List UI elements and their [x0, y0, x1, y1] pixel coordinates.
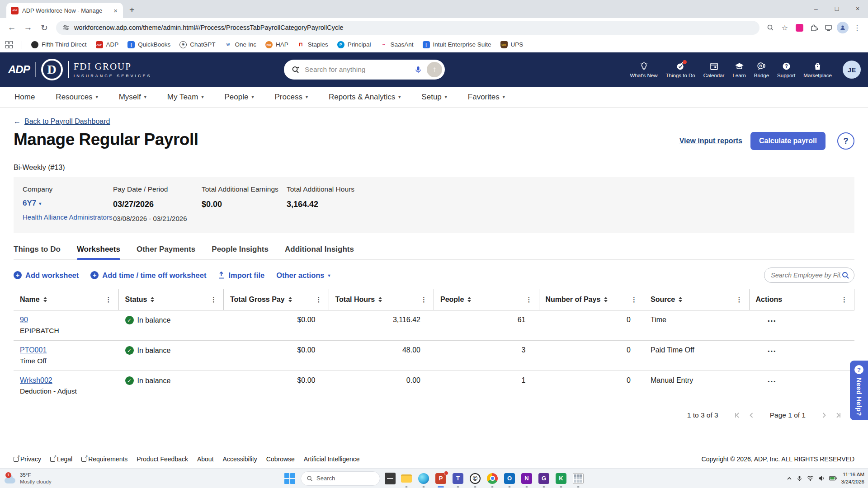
tray-battery-icon[interactable] — [829, 476, 837, 481]
tab-additional-insights[interactable]: Additional Insights — [285, 245, 354, 259]
bookmark-staples[interactable]: ⊓Staples — [297, 41, 328, 48]
nav-process[interactable]: Process▾ — [274, 93, 307, 102]
column-header-gross-pay[interactable]: Total Gross Pay⋮ — [224, 289, 329, 310]
last-page-icon[interactable] — [835, 412, 842, 418]
bookmark-intuit[interactable]: |Intuit Enterprise Suite — [423, 41, 491, 48]
calculate-payroll-button[interactable]: Calculate payroll — [750, 132, 826, 150]
powerpoint-app-icon[interactable]: P — [434, 472, 447, 485]
nav-people[interactable]: People▾ — [225, 93, 254, 102]
device-cast-icon[interactable] — [822, 21, 835, 34]
purple-g-app-icon[interactable]: G — [538, 472, 550, 485]
need-help-widget[interactable]: ? Need Help? — [850, 361, 868, 420]
help-button[interactable]: ? — [837, 132, 854, 150]
teams-app-icon[interactable]: T — [452, 472, 464, 485]
taskbar-search[interactable]: Search — [301, 471, 380, 486]
marketplace-button[interactable]: Marketplace — [803, 61, 832, 78]
tab-people-insights[interactable]: People Insights — [212, 245, 269, 259]
nav-myself[interactable]: Myself▾ — [119, 93, 146, 102]
column-menu-icon[interactable]: ⋮ — [736, 296, 745, 304]
bookmark-principal[interactable]: PPrincipal — [337, 41, 371, 48]
bookmark-adp[interactable]: ADPADP — [96, 41, 119, 48]
footer-link-legal[interactable]: Legal — [50, 455, 72, 463]
new-tab-button[interactable]: + — [129, 5, 135, 15]
zoom-icon[interactable] — [764, 21, 777, 34]
notepad-app-icon[interactable] — [385, 473, 396, 484]
window-close-button[interactable]: × — [847, 0, 868, 17]
extensions-puzzle-icon[interactable] — [807, 21, 820, 34]
footer-link-privacy[interactable]: Privacy — [14, 455, 41, 463]
tab-things-to-do[interactable]: Things to Do — [14, 245, 61, 259]
nav-home[interactable]: Home — [14, 93, 35, 102]
bridge-button[interactable]: B Bridge — [754, 61, 769, 78]
pink-extension-icon[interactable] — [793, 21, 806, 34]
bookmark-star-icon[interactable]: ☆ — [778, 21, 791, 34]
back-to-payroll-dashboard-link[interactable]: Back to Payroll Dashboard — [24, 117, 110, 126]
tray-volume-icon[interactable] — [818, 475, 825, 481]
company-name-link[interactable]: Health Alliance Administrators — [23, 213, 112, 221]
employee-search-input[interactable] — [771, 272, 842, 279]
onenote-app-icon[interactable]: N — [520, 472, 533, 485]
edge-app-icon[interactable] — [417, 472, 430, 485]
tray-mic-icon[interactable] — [797, 475, 802, 481]
worksheet-link[interactable]: Wrksh002 — [20, 376, 52, 385]
worksheet-link[interactable]: 90 — [20, 316, 28, 324]
next-page-icon[interactable] — [821, 412, 827, 418]
add-time-worksheet-button[interactable]: + Add time / time off worksheet — [90, 271, 206, 280]
window-maximize-button[interactable]: □ — [826, 0, 847, 17]
bookmark-ups[interactable]: upsUPS — [500, 41, 524, 48]
column-header-name[interactable]: Name⋮ — [14, 289, 119, 310]
column-header-total-hours[interactable]: Total Hours⋮ — [329, 289, 434, 310]
green-k-app-icon[interactable]: K — [555, 472, 567, 485]
footer-link-product-feedback[interactable]: Product Feedback — [137, 455, 188, 463]
learn-button[interactable]: Learn — [732, 61, 745, 78]
spreadsheet-app-icon[interactable] — [572, 472, 585, 485]
nav-setup[interactable]: Setup▾ — [421, 93, 447, 102]
nav-favorites[interactable]: Favorites▾ — [468, 93, 505, 102]
first-page-icon[interactable] — [734, 412, 740, 418]
apps-grid-icon[interactable] — [5, 41, 13, 48]
browser-tab[interactable]: ADP ADP Workforce Now - Manage × — [6, 3, 123, 18]
sort-icon[interactable] — [43, 297, 47, 302]
tray-wifi-icon[interactable] — [807, 475, 814, 481]
bookmark-chatgpt[interactable]: ✳ChatGPT — [179, 41, 215, 48]
search-submit-button[interactable]: ↑ — [427, 62, 442, 77]
nav-resources[interactable]: Resources▾ — [56, 93, 98, 102]
bookmark-quickbooks[interactable]: |QuickBooks — [127, 41, 170, 48]
site-settings-icon[interactable] — [62, 24, 70, 31]
support-button[interactable]: ? Support — [777, 61, 795, 78]
search-input[interactable] — [305, 66, 410, 74]
calendar-button[interactable]: Calendar — [703, 61, 725, 78]
back-icon[interactable]: ← — [5, 20, 19, 35]
view-input-reports-link[interactable]: View input reports — [679, 137, 742, 145]
bookmark-one-inc[interactable]: WOne Inc — [225, 41, 256, 48]
address-bar[interactable]: workforcenow.adp.com/theme/admin.html#/P… — [56, 21, 760, 35]
column-menu-icon[interactable]: ⋮ — [841, 296, 850, 304]
bookmark-hap[interactable]: hapHAP — [265, 41, 288, 48]
import-file-button[interactable]: Import file — [218, 271, 264, 280]
column-menu-icon[interactable]: ⋮ — [526, 296, 535, 304]
sort-icon[interactable] — [604, 297, 608, 302]
sort-icon[interactable] — [151, 297, 154, 302]
file-explorer-app-icon[interactable] — [400, 472, 413, 485]
column-menu-icon[interactable]: ⋮ — [631, 296, 640, 304]
window-minimize-button[interactable]: – — [806, 0, 826, 17]
whats-new-button[interactable]: What's New — [630, 61, 658, 78]
footer-link-accessibility[interactable]: Accessibility — [223, 455, 257, 463]
column-menu-icon[interactable]: ⋮ — [316, 296, 325, 304]
sort-icon[interactable] — [467, 297, 471, 302]
chrome-app-icon[interactable] — [486, 472, 499, 485]
other-actions-dropdown[interactable]: Other actions ▾ — [276, 271, 330, 280]
user-avatar[interactable]: JE — [843, 61, 861, 79]
company-code-dropdown[interactable]: 6Y7▾ — [23, 199, 113, 208]
taskbar-clock[interactable]: 11:16 AM 3/24/2026 — [841, 471, 864, 485]
things-to-do-button[interactable]: Things to Do — [666, 61, 695, 78]
row-actions-menu[interactable]: ... — [768, 316, 849, 321]
mic-icon[interactable] — [414, 66, 422, 74]
forward-icon[interactable]: → — [21, 20, 35, 35]
weather-widget[interactable]: 1 35°F Mostly cloudy — [5, 472, 52, 485]
url-text[interactable]: workforcenow.adp.com/theme/admin.html#/P… — [74, 24, 344, 31]
browser-menu-icon[interactable]: ⋮ — [851, 21, 863, 34]
footer-link-artificial-intelligence[interactable]: Artificial Intelligence — [304, 455, 360, 463]
row-actions-menu[interactable]: ... — [768, 376, 849, 382]
footer-link-about[interactable]: About — [197, 455, 214, 463]
